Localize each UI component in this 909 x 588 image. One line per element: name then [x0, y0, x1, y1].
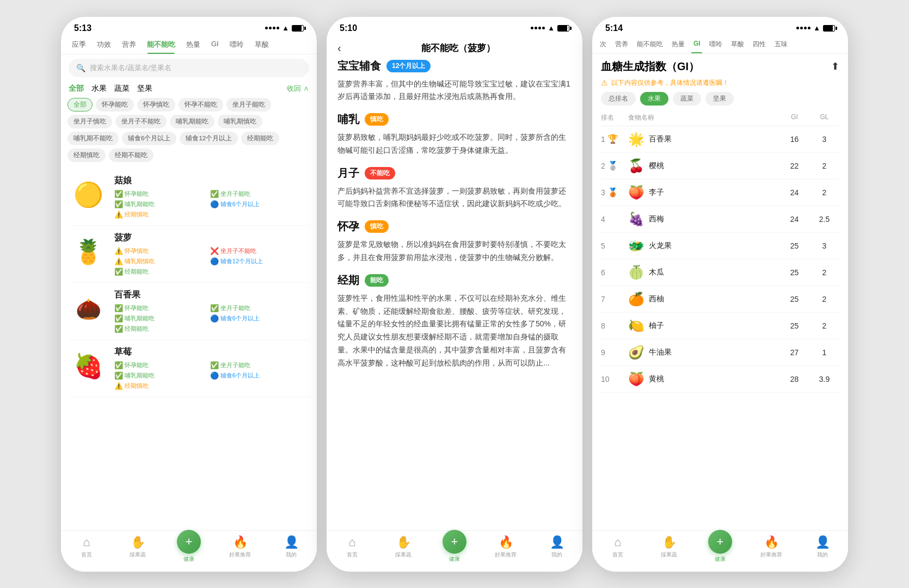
- add-icon-2[interactable]: +: [443, 530, 466, 554]
- section-title-huaiyun: 怀孕: [337, 219, 359, 234]
- gi-tab-ci[interactable]: 次: [595, 35, 611, 53]
- tag-bxg-4: 🔵辅食6个月以上: [210, 314, 304, 323]
- nav-home-2[interactable]: ⌂ 首页: [327, 535, 378, 563]
- cat-veg[interactable]: 蔬菜: [114, 84, 130, 94]
- food-item-guniang[interactable]: 🟡 菇娘 ✅怀孕能吃 ✅坐月子能吃 ✅哺乳期能吃 🔵辅食6个月以上 ⚠️经期慎吃: [69, 169, 309, 226]
- nav-recommend-3[interactable]: 🔥 好果推荐: [746, 535, 797, 563]
- search-bar-1[interactable]: 🔍 搜索水果名/蔬菜名/坚果名: [69, 59, 309, 77]
- gi-emoji-10: 🍑: [628, 372, 644, 387]
- home-icon-2: ⌂: [348, 535, 355, 549]
- gi-rank-num-10: 10: [601, 375, 610, 383]
- gi-row-7[interactable]: 7 🍊 西柚 25 2: [601, 286, 839, 313]
- tag-guniang-1: ✅怀孕能吃: [114, 190, 208, 198]
- filter-zuoyuezi-neng[interactable]: 坐月子能吃: [226, 98, 271, 112]
- gi-food-6: 🍈 木瓜: [628, 265, 779, 280]
- gi-tab-yingyang[interactable]: 营养: [611, 35, 632, 53]
- nav-tabs-1: 应季 功效 营养 能不能吃 热量 GI 嘌呤 草酸: [61, 35, 317, 54]
- filter-huaiyun-neng[interactable]: 怀孕能吃: [96, 98, 134, 112]
- gi-row-6[interactable]: 6 🍈 木瓜 25 2: [601, 259, 839, 286]
- nav-home-1[interactable]: ⌂ 首页: [61, 535, 112, 563]
- nav-health-3[interactable]: + 健康: [695, 535, 746, 563]
- gi-row-3[interactable]: 3 🥉 🍑 李子 24 2: [601, 180, 839, 206]
- nav-health-2[interactable]: + 健康: [429, 535, 480, 563]
- filter-fushi6[interactable]: 辅食6个月以上: [122, 132, 176, 145]
- gl-val-6: 2: [809, 268, 839, 277]
- filter-jingqi-neng[interactable]: 经期能吃: [241, 132, 279, 145]
- food-item-boluo[interactable]: 🍍 菠萝 ⚠️怀孕慎吃 ❌坐月子不能吃 ⚠️哺乳期慎吃 🔵辅食12个月以上 ✅经…: [69, 226, 309, 283]
- tab-yingyang[interactable]: 营养: [116, 35, 142, 54]
- nav-pick-3[interactable]: ✋ 採果蔬: [643, 535, 695, 563]
- tab-gi[interactable]: GI: [206, 35, 224, 54]
- nav-recommend-1[interactable]: 🔥 好果推荐: [214, 535, 266, 563]
- tab-nenbunenchi[interactable]: 能不能吃: [142, 35, 181, 54]
- nav-mine-label-1: 我的: [286, 551, 297, 559]
- add-icon-1[interactable]: +: [177, 530, 201, 554]
- tab-reliang[interactable]: 热量: [181, 35, 206, 54]
- save-btn-1[interactable]: 收回 ∧: [287, 84, 309, 94]
- battery-icon-1: [292, 25, 304, 32]
- tab-puling[interactable]: 嘌呤: [224, 35, 249, 54]
- gi-row-4[interactable]: 4 🍇 西梅 24 2.5: [601, 206, 839, 233]
- filter-jingqi-shen[interactable]: 经期慎吃: [67, 148, 106, 162]
- nav-pick-2[interactable]: ✋ 採果蔬: [378, 535, 429, 563]
- nav-mine-3[interactable]: 👤 我的: [797, 535, 848, 563]
- nav-mine-2[interactable]: 👤 我的: [531, 535, 582, 563]
- nav-recommend-label-2: 好果推荐: [495, 551, 517, 559]
- nav-mine-label-3: 我的: [817, 551, 828, 559]
- gi-fname-6: 木瓜: [649, 268, 664, 277]
- filter-all[interactable]: 全部: [67, 98, 93, 112]
- filter-buru-neng[interactable]: 哺乳期能吃: [170, 115, 214, 128]
- tab-caosuan[interactable]: 草酸: [249, 35, 274, 54]
- gi-row-2[interactable]: 2 🥈 🍒 樱桃 22 2: [601, 153, 839, 180]
- gi-share-icon[interactable]: ⬆: [831, 60, 839, 72]
- filter-huaiyun-bu[interactable]: 怀孕不能吃: [179, 98, 223, 112]
- nav-health-1[interactable]: + 健康: [163, 535, 214, 563]
- filter-zuoyuezi-bu[interactable]: 坐月子不能吃: [115, 115, 167, 128]
- cat-fruit[interactable]: 水果: [91, 84, 107, 94]
- nav-home-3[interactable]: ⌂ 首页: [592, 535, 643, 563]
- category-row-1: 全部 水果 蔬菜 坚果 收回 ∧: [61, 82, 317, 96]
- nav-recommend-2[interactable]: 🔥 好果推荐: [480, 535, 531, 563]
- gi-tab-caosuan[interactable]: 草酸: [727, 35, 748, 53]
- gi-tab-gi[interactable]: GI: [689, 35, 705, 53]
- nav-pick-1[interactable]: ✋ 採果蔬: [112, 535, 163, 563]
- filter-jingqi-bu[interactable]: 经期不能吃: [109, 148, 153, 162]
- gi-filter-nut[interactable]: 坚果: [705, 92, 734, 106]
- gi-row-1[interactable]: 1 🏆 🌟 百香果 16 3: [601, 126, 839, 153]
- section-jingqi: 经期 能吃 菠萝性平，食用性温和性平的水果，不仅可以在经期补充水分、维生素、矿物…: [337, 273, 572, 370]
- filter-zuoyuezi-shen[interactable]: 坐月子慎吃: [67, 115, 112, 128]
- gi-food-10: 🍑 黄桃: [628, 372, 779, 387]
- gi-tab-wuwei[interactable]: 五味: [770, 35, 792, 53]
- food-img-boluo: 🍍: [69, 232, 108, 271]
- tab-yingji[interactable]: 应季: [66, 35, 91, 54]
- gi-filter-veg[interactable]: 蔬菜: [673, 92, 701, 106]
- home-icon-3: ⌂: [614, 535, 621, 549]
- gi-tab-sixing[interactable]: 四性: [748, 35, 770, 53]
- cat-all[interactable]: 全部: [69, 84, 84, 94]
- back-btn-2[interactable]: ‹: [335, 40, 343, 57]
- food-item-baixiangguo[interactable]: 🌰 百香果 ✅怀孕能吃 ✅坐月子能吃 ✅哺乳期能吃 🔵辅食6个月以上 ✅经期能吃: [69, 283, 309, 340]
- nav-mine-1[interactable]: 👤 我的: [266, 535, 317, 563]
- food-item-caomei[interactable]: 🍓 草莓 ✅怀孕能吃 ✅坐月子能吃 ✅哺乳期能吃 🔵辅食6个月以上 ⚠️经期慎吃: [69, 340, 309, 397]
- gi-rank-5: 5: [601, 242, 628, 250]
- gi-emoji-3: 🍑: [628, 185, 644, 200]
- gi-val-6: 25: [779, 268, 809, 277]
- gi-filter-total[interactable]: 总排名: [601, 92, 636, 106]
- gi-row-5[interactable]: 5 🐲 火龙果 25 3: [601, 233, 839, 259]
- filter-fushi12[interactable]: 辅食12个月以上: [180, 132, 238, 145]
- gi-row-9[interactable]: 9 🥑 牛油果 27 1: [601, 339, 839, 366]
- tab-gonxiao[interactable]: 功效: [91, 35, 116, 54]
- gi-row-10[interactable]: 10 🍑 黄桃 28 3.9: [601, 366, 839, 393]
- gi-filter-fruit[interactable]: 水果: [640, 92, 668, 106]
- gi-tab-nengchi[interactable]: 能不能吃: [632, 35, 667, 53]
- add-icon-3[interactable]: +: [708, 530, 732, 554]
- filter-buru-bu[interactable]: 哺乳期不能吃: [67, 132, 119, 145]
- cat-nut[interactable]: 坚果: [137, 84, 152, 94]
- gi-table: 排名 食物名称 GI GL 1 🏆 🌟 百香果 16 3: [592, 110, 848, 530]
- filter-huaiyun-shen[interactable]: 怀孕慎吃: [137, 98, 175, 112]
- gi-row-8[interactable]: 8 🍋 柚子 25 2: [601, 313, 839, 339]
- filter-buru-shen[interactable]: 哺乳期慎吃: [218, 115, 262, 128]
- col-rank: 排名: [601, 113, 628, 122]
- gi-tab-puling[interactable]: 嘌呤: [705, 35, 727, 53]
- gi-tab-reliang[interactable]: 热量: [667, 35, 689, 53]
